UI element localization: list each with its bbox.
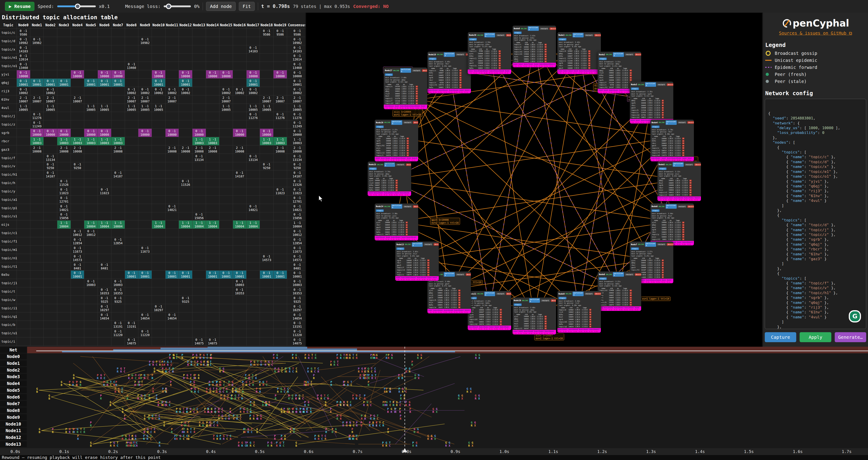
lage-stepper[interactable]: - -1 + bbox=[675, 226, 681, 228]
table-cell[interactable]: 0 -114107 bbox=[112, 170, 125, 179]
table-cell[interactable] bbox=[125, 212, 138, 221]
lage-stepper[interactable]: - -1 + bbox=[581, 58, 587, 59]
ev-stepper[interactable]: - 0 + bbox=[486, 323, 491, 325]
table-cell[interactable]: 0 -110001 bbox=[98, 79, 112, 87]
table-cell[interactable] bbox=[247, 246, 260, 254]
remove-topic-button[interactable]: x bbox=[407, 152, 409, 154]
table-cell[interactable] bbox=[112, 204, 125, 212]
remove-topic-button[interactable]: x bbox=[427, 274, 430, 276]
remove-topic-button[interactable]: x bbox=[500, 314, 502, 315]
ev-stepper[interactable]: - 0 + bbox=[668, 238, 673, 240]
table-cell[interactable] bbox=[57, 237, 71, 246]
table-cell[interactable] bbox=[71, 54, 85, 62]
lage-stepper[interactable]: - -1 + bbox=[582, 314, 588, 315]
table-cell[interactable] bbox=[17, 337, 30, 346]
add-topic-button[interactable]: +topic bbox=[376, 209, 384, 212]
lage-stepper[interactable]: - -1 + bbox=[654, 276, 660, 278]
table-cell[interactable] bbox=[30, 29, 44, 37]
lage-stepper[interactable]: - -1 + bbox=[537, 44, 543, 46]
table-cell[interactable] bbox=[274, 120, 287, 129]
table-cell[interactable] bbox=[98, 170, 112, 179]
table-cell[interactable]: 1 -110003 bbox=[98, 137, 112, 145]
table-cell[interactable] bbox=[219, 137, 233, 145]
lage-stepper[interactable]: - -1 + bbox=[622, 77, 628, 79]
table-cell[interactable]: 1 -110003 bbox=[206, 137, 220, 145]
table-cell[interactable] bbox=[274, 221, 287, 229]
ev-stepper[interactable]: - 0 + bbox=[647, 112, 653, 114]
table-cell[interactable] bbox=[98, 246, 112, 254]
table-cell[interactable] bbox=[84, 254, 98, 262]
table-cell[interactable] bbox=[98, 112, 112, 120]
table-cell[interactable] bbox=[206, 29, 220, 37]
table-cell[interactable] bbox=[233, 29, 247, 37]
table-cell[interactable] bbox=[165, 237, 179, 246]
partition-button[interactable]: partition A bbox=[673, 162, 684, 167]
remove-topic-button[interactable]: x bbox=[545, 46, 547, 48]
table-cell[interactable] bbox=[274, 87, 287, 95]
lage-stepper[interactable]: - -1 + bbox=[451, 292, 457, 294]
table-cell[interactable]: 1 -110003 bbox=[260, 137, 274, 145]
table-cell[interactable]: 0 -116003 bbox=[112, 279, 125, 287]
remove-topic-button[interactable]: x bbox=[498, 53, 501, 54]
table-cell[interactable] bbox=[138, 154, 152, 162]
table-cell[interactable] bbox=[57, 54, 71, 62]
table-cell[interactable] bbox=[112, 313, 125, 321]
lage-stepper[interactable]: - -1 + bbox=[682, 180, 688, 181]
table-cell[interactable] bbox=[274, 237, 287, 246]
table-cell[interactable] bbox=[17, 120, 30, 129]
ev-stepper[interactable]: - 1 + bbox=[381, 187, 387, 189]
table-cell[interactable] bbox=[179, 204, 192, 212]
table-cell[interactable] bbox=[247, 162, 260, 171]
lage-stepper[interactable]: - -1 + bbox=[682, 189, 688, 191]
remove-topic-button[interactable]: x bbox=[500, 309, 502, 311]
table-cell[interactable] bbox=[179, 112, 192, 120]
lage-stepper[interactable]: - -1 + bbox=[654, 102, 660, 104]
table-cell[interactable] bbox=[152, 145, 165, 154]
table-cell[interactable]: 0 -111220 bbox=[138, 329, 152, 337]
table-cell[interactable] bbox=[44, 287, 57, 296]
remove-topic-button[interactable]: x bbox=[427, 262, 430, 264]
table-cell[interactable]: 0 -111220 bbox=[112, 329, 125, 337]
table-cell[interactable] bbox=[84, 37, 98, 45]
remove-topic-button[interactable]: x bbox=[458, 301, 461, 304]
table-cell[interactable] bbox=[125, 279, 138, 287]
restart-button[interactable]: restart bbox=[540, 27, 549, 30]
ev-stepper[interactable]: - 1 + bbox=[615, 297, 621, 299]
table-cell[interactable] bbox=[44, 212, 57, 221]
node-card-node14[interactable]: Node14ONLINEpartition Arestartdestroy+to… bbox=[375, 203, 418, 240]
restart-button[interactable]: restart bbox=[496, 34, 505, 36]
table-cell[interactable] bbox=[152, 170, 165, 179]
table-cell[interactable] bbox=[206, 120, 220, 129]
table-cell[interactable]: 0 -113134 bbox=[247, 154, 260, 162]
table-cell[interactable]: 0 -110001 bbox=[165, 270, 179, 279]
lage-stepper[interactable]: - -1 + bbox=[408, 100, 414, 102]
table-cell[interactable] bbox=[17, 296, 30, 304]
table-cell[interactable] bbox=[233, 137, 247, 145]
table-cell[interactable]: 0 -110001 bbox=[247, 79, 260, 87]
lage-stepper[interactable]: - -1 + bbox=[537, 320, 543, 322]
ev-stepper[interactable]: - 0 + bbox=[484, 53, 490, 54]
table-cell[interactable] bbox=[274, 104, 287, 112]
table-cell[interactable] bbox=[125, 187, 138, 196]
lage-stepper[interactable]: - -1 + bbox=[537, 327, 543, 329]
table-cell[interactable] bbox=[219, 313, 233, 321]
ev-stepper[interactable]: - 0 + bbox=[615, 290, 621, 291]
table-cell[interactable] bbox=[30, 196, 44, 204]
lage-stepper[interactable]: - -1 + bbox=[492, 321, 498, 323]
ev-stepper[interactable]: - 0 + bbox=[392, 149, 398, 151]
table-cell[interactable]: 0 -110000 bbox=[57, 129, 71, 137]
table-cell[interactable] bbox=[274, 179, 287, 187]
table-cell[interactable]: 2 -110008 bbox=[274, 145, 287, 154]
table-cell[interactable]: 0 -110982 bbox=[138, 37, 152, 45]
table-cell[interactable] bbox=[138, 212, 152, 221]
table-cell[interactable] bbox=[71, 329, 85, 337]
ev-stepper[interactable]: - 1 + bbox=[647, 271, 653, 273]
table-cell[interactable] bbox=[125, 170, 138, 179]
remove-topic-button[interactable]: x bbox=[416, 97, 418, 99]
table-cell[interactable] bbox=[233, 112, 247, 120]
remove-topic-button[interactable]: x bbox=[427, 264, 430, 266]
add-topic-button[interactable]: +topic bbox=[652, 209, 659, 212]
table-cell[interactable] bbox=[44, 196, 57, 204]
lage-stepper[interactable]: - -1 + bbox=[491, 62, 497, 64]
ev-stepper[interactable]: - 1 + bbox=[647, 105, 653, 106]
